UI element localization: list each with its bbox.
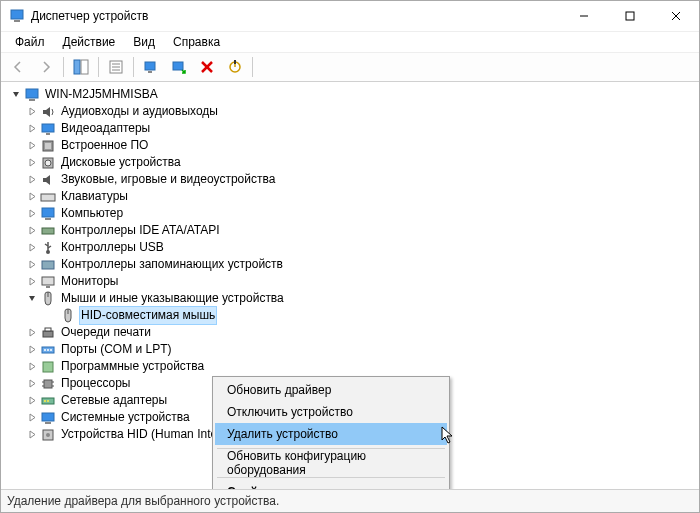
menu-file[interactable]: Файл bbox=[7, 33, 53, 51]
expand-icon[interactable] bbox=[25, 410, 40, 425]
svg-point-56 bbox=[46, 433, 50, 437]
tree-category[interactable]: Контроллеры запоминающих устройств bbox=[5, 256, 699, 273]
mouse-icon bbox=[60, 308, 76, 324]
svg-rect-26 bbox=[41, 194, 55, 201]
toolbar-separator bbox=[63, 57, 64, 77]
tree-category[interactable]: Порты (COM и LPT) bbox=[5, 341, 699, 358]
device-manager-window: Диспетчер устройств Файл Действие Вид Сп… bbox=[0, 0, 700, 513]
update-driver-button[interactable] bbox=[166, 54, 192, 80]
menu-view[interactable]: Вид bbox=[125, 33, 163, 51]
svg-point-51 bbox=[44, 400, 46, 402]
close-button[interactable] bbox=[653, 1, 699, 31]
computer-icon bbox=[40, 206, 56, 222]
svg-rect-21 bbox=[46, 133, 50, 135]
svg-rect-12 bbox=[145, 62, 155, 70]
expand-icon[interactable] bbox=[25, 427, 40, 442]
hid-icon bbox=[40, 427, 56, 443]
svg-rect-53 bbox=[42, 413, 54, 421]
forward-button[interactable] bbox=[33, 54, 59, 80]
svg-rect-45 bbox=[44, 380, 52, 388]
tree-category[interactable]: Аудиовходы и аудиовыходы bbox=[5, 103, 699, 120]
properties-button[interactable] bbox=[103, 54, 129, 80]
tree-category[interactable]: Видеоадаптеры bbox=[5, 120, 699, 137]
expand-icon[interactable] bbox=[25, 342, 40, 357]
system-icon bbox=[40, 410, 56, 426]
collapse-icon[interactable] bbox=[25, 291, 40, 306]
expand-icon[interactable] bbox=[25, 240, 40, 255]
statusbar: Удаление драйвера для выбранного устройс… bbox=[1, 489, 699, 512]
tree-category[interactable]: Контроллеры USB bbox=[5, 239, 699, 256]
tree-category[interactable]: Клавиатуры bbox=[5, 188, 699, 205]
maximize-button[interactable] bbox=[607, 1, 653, 31]
tree-category-label: Контроллеры IDE ATA/ATAPI bbox=[59, 222, 222, 239]
svg-rect-35 bbox=[46, 286, 50, 288]
show-hide-tree-button[interactable] bbox=[68, 54, 94, 80]
minimize-button[interactable] bbox=[561, 1, 607, 31]
expand-icon[interactable] bbox=[25, 257, 40, 272]
tree-category-label: Клавиатуры bbox=[59, 188, 130, 205]
tree-category-label: Процессоры bbox=[59, 375, 133, 392]
svg-rect-30 bbox=[42, 228, 54, 234]
menubar: Файл Действие Вид Справка bbox=[1, 32, 699, 53]
expand-icon[interactable] bbox=[25, 274, 40, 289]
tree-category-label: Компьютер bbox=[59, 205, 125, 222]
context-menu-item[interactable]: Обновить драйвер bbox=[215, 379, 447, 401]
uninstall-button[interactable] bbox=[194, 54, 220, 80]
tree-category-label: Контроллеры USB bbox=[59, 239, 166, 256]
monitor-icon bbox=[40, 274, 56, 290]
expand-icon[interactable] bbox=[25, 393, 40, 408]
expand-icon[interactable] bbox=[9, 87, 24, 102]
device-tree-pane[interactable]: WIN-M2J5MHMISBAАудиовходы и аудиовыходыВ… bbox=[1, 82, 699, 489]
svg-rect-19 bbox=[29, 99, 35, 101]
back-button[interactable] bbox=[5, 54, 31, 80]
menu-help[interactable]: Справка bbox=[165, 33, 228, 51]
disable-button[interactable] bbox=[222, 54, 248, 80]
tree-category[interactable]: Мониторы bbox=[5, 273, 699, 290]
tree-category[interactable]: Компьютер bbox=[5, 205, 699, 222]
window-controls bbox=[561, 1, 699, 31]
audio-icon bbox=[40, 104, 56, 120]
storage-icon bbox=[40, 257, 56, 273]
tree-category-label: Дисковые устройства bbox=[59, 154, 183, 171]
expand-icon[interactable] bbox=[25, 138, 40, 153]
expand-icon[interactable] bbox=[25, 189, 40, 204]
tree-category[interactable]: Встроенное ПО bbox=[5, 137, 699, 154]
expand-icon[interactable] bbox=[25, 206, 40, 221]
expand-icon[interactable] bbox=[25, 325, 40, 340]
svg-rect-54 bbox=[45, 422, 51, 424]
tree-category-label: Встроенное ПО bbox=[59, 137, 150, 154]
status-text: Удаление драйвера для выбранного устройс… bbox=[7, 494, 279, 508]
menu-separator bbox=[217, 477, 445, 478]
scan-hardware-button[interactable] bbox=[138, 54, 164, 80]
expand-icon[interactable] bbox=[25, 376, 40, 391]
expand-icon[interactable] bbox=[25, 223, 40, 238]
tree-category-label: Системные устройства bbox=[59, 409, 192, 426]
tree-category[interactable]: Звуковые, игровые и видеоустройства bbox=[5, 171, 699, 188]
expand-icon[interactable] bbox=[25, 121, 40, 136]
svg-point-25 bbox=[45, 160, 51, 166]
svg-rect-6 bbox=[74, 60, 80, 74]
tree-category[interactable]: Мыши и иные указывающие устройства bbox=[5, 290, 699, 307]
tree-category-label: Мониторы bbox=[59, 273, 120, 290]
expand-icon[interactable] bbox=[25, 172, 40, 187]
svg-rect-18 bbox=[26, 89, 38, 98]
expand-icon[interactable] bbox=[25, 155, 40, 170]
svg-rect-1 bbox=[14, 20, 20, 22]
menu-action[interactable]: Действие bbox=[55, 33, 124, 51]
expand-icon[interactable] bbox=[25, 104, 40, 119]
context-menu-item[interactable]: Отключить устройство bbox=[215, 401, 447, 423]
tree-category[interactable]: Программные устройства bbox=[5, 358, 699, 375]
network-icon bbox=[40, 393, 56, 409]
svg-point-43 bbox=[50, 349, 52, 351]
context-menu-item[interactable]: Обновить конфигурацию оборудования bbox=[215, 452, 447, 474]
tree-device[interactable]: HID-совместимая мышь bbox=[5, 307, 699, 324]
tree-category[interactable]: Очереди печати bbox=[5, 324, 699, 341]
tree-category[interactable]: Контроллеры IDE ATA/ATAPI bbox=[5, 222, 699, 239]
app-icon bbox=[9, 8, 25, 24]
context-menu-item[interactable]: Свойства bbox=[215, 481, 447, 489]
expand-icon[interactable] bbox=[25, 359, 40, 374]
svg-rect-7 bbox=[81, 60, 88, 74]
tree-category[interactable]: Дисковые устройства bbox=[5, 154, 699, 171]
tree-root[interactable]: WIN-M2J5MHMISBA bbox=[5, 86, 699, 103]
context-menu-item[interactable]: Удалить устройство bbox=[215, 423, 447, 445]
